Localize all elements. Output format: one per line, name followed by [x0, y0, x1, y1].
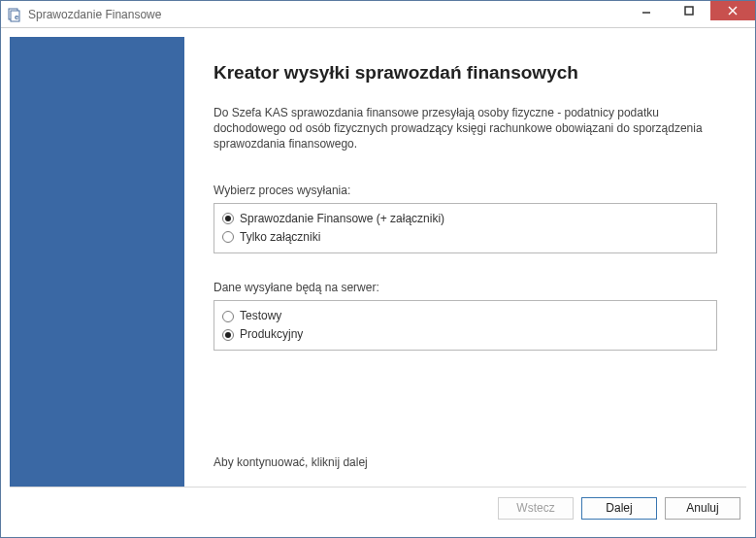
process-option-box: Sprawozdanie Finansowe (+ załączniki) Ty… [214, 203, 717, 253]
maximize-button[interactable] [668, 1, 710, 20]
svg-text:e: e [15, 13, 19, 21]
page-title: Kreator wysyłki sprawozdań finansowych [214, 62, 717, 84]
footer: Wstecz Dalej Anuluj [10, 488, 746, 528]
radio-produkcyjny[interactable]: Produkcyjny [222, 325, 708, 344]
server-label: Dane wysyłane będą na serwer: [214, 281, 717, 294]
client-area: Kreator wysyłki sprawozdań finansowych D… [1, 28, 755, 537]
radio-zalaczniki[interactable]: Tylko załączniki [222, 228, 708, 247]
radio-icon [222, 213, 234, 224]
next-button[interactable]: Dalej [581, 497, 657, 520]
intro-text: Do Szefa KAS sprawozdania finansowe prze… [214, 105, 717, 152]
radio-label: Testowy [240, 307, 281, 325]
radio-icon [222, 231, 234, 243]
back-button[interactable]: Wstecz [498, 497, 574, 520]
app-icon: e [7, 7, 22, 22]
close-button[interactable] [710, 1, 755, 20]
radio-label: Produkcyjny [240, 325, 303, 344]
radio-sprawozdanie[interactable]: Sprawozdanie Finansowe (+ załączniki) [222, 210, 708, 228]
window-title: Sprawozdanie Finansowe [28, 8, 625, 21]
server-option-box: Testowy Produkcyjny [214, 300, 717, 351]
main-panel: Kreator wysyłki sprawozdań finansowych D… [184, 37, 746, 487]
cancel-button[interactable]: Anuluj [665, 497, 740, 520]
titlebar: e Sprawozdanie Finansowe [1, 1, 755, 28]
process-label: Wybierz proces wysyłania: [214, 184, 717, 197]
side-panel [10, 37, 184, 487]
window-controls [625, 1, 755, 27]
radio-icon [222, 311, 234, 322]
radio-label: Sprawozdanie Finansowe (+ załączniki) [240, 210, 444, 228]
radio-label: Tylko załączniki [240, 228, 320, 247]
continue-hint: Aby kontynuować, kliknij dalej [214, 455, 717, 469]
wizard-window: e Sprawozdanie Finansowe Kreator wysyłk [0, 0, 756, 538]
radio-icon [222, 329, 234, 341]
svg-rect-4 [685, 7, 693, 15]
minimize-button[interactable] [625, 1, 668, 20]
radio-testowy[interactable]: Testowy [222, 307, 708, 325]
wizard-body: Kreator wysyłki sprawozdań finansowych D… [10, 37, 746, 488]
